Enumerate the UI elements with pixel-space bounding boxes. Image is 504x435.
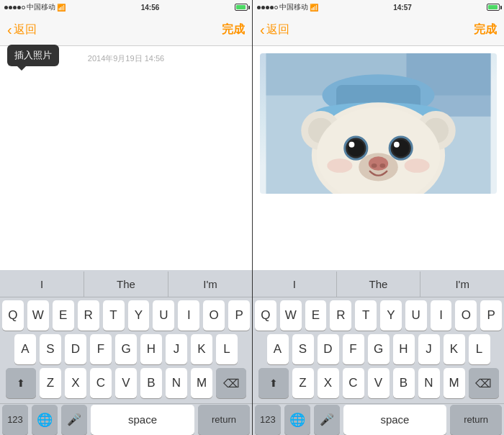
- key-x-left[interactable]: X: [65, 368, 86, 398]
- key-g-left[interactable]: G: [115, 334, 137, 364]
- svg-point-23: [372, 163, 377, 168]
- dot5: [22, 6, 25, 9]
- dot2: [9, 6, 12, 9]
- key-l-right[interactable]: L: [469, 334, 490, 364]
- key-n-right[interactable]: N: [418, 368, 440, 398]
- key-space-left[interactable]: space: [91, 405, 194, 435]
- key-h-right[interactable]: H: [393, 334, 415, 364]
- key-return-left[interactable]: return: [198, 405, 250, 435]
- autocomplete-i-right[interactable]: I: [253, 272, 337, 297]
- panel-right: 中国移动 📶 14:57 ‹ 返回 完成: [252, 0, 504, 435]
- key-d-right[interactable]: D: [318, 334, 339, 364]
- key-rows-right: Q W E R T Y U I O P A S D F G H J K L: [253, 297, 504, 403]
- key-i-left[interactable]: I: [178, 300, 199, 331]
- key-shift-left[interactable]: ⬆: [6, 368, 36, 398]
- key-q-left[interactable]: Q: [2, 300, 24, 331]
- key-s-right[interactable]: S: [292, 334, 314, 364]
- key-a-right[interactable]: A: [267, 334, 289, 364]
- key-rows-left: Q W E R T Y U I O P A S D F G H J K L: [0, 297, 252, 403]
- row3-right: ⬆ Z X C V B N M ⌫: [255, 368, 502, 398]
- key-backspace-left[interactable]: ⌫: [216, 368, 246, 398]
- key-p-left[interactable]: P: [228, 300, 250, 331]
- dot4: [17, 6, 21, 9]
- key-q-right[interactable]: Q: [255, 300, 276, 331]
- key-o-right[interactable]: O: [455, 300, 477, 331]
- key-e-right[interactable]: E: [305, 300, 327, 331]
- key-i-right[interactable]: I: [431, 300, 452, 331]
- key-s-left[interactable]: S: [40, 334, 61, 364]
- status-bar-left: 中国移动 📶 14:56: [0, 0, 252, 14]
- nav-bar-right: ‹ 返回 完成: [253, 14, 504, 46]
- key-backspace-right[interactable]: ⌫: [469, 368, 499, 398]
- key-c-right[interactable]: C: [343, 368, 364, 398]
- done-button-left[interactable]: 完成: [222, 22, 245, 37]
- key-k-right[interactable]: K: [444, 334, 465, 364]
- key-p-right[interactable]: P: [480, 300, 502, 331]
- key-shift-right[interactable]: ⬆: [258, 368, 289, 398]
- status-bar-right: 中国移动 📶 14:57: [253, 0, 504, 14]
- key-mic-left[interactable]: 🎤: [61, 405, 87, 435]
- key-b-left[interactable]: B: [140, 368, 162, 398]
- key-k-left[interactable]: K: [191, 334, 212, 364]
- key-return-right[interactable]: return: [450, 405, 502, 435]
- back-button-right[interactable]: ‹ 返回: [260, 22, 289, 37]
- key-o-left[interactable]: O: [203, 300, 225, 331]
- key-space-right[interactable]: space: [343, 405, 447, 435]
- key-a-left[interactable]: A: [14, 334, 36, 364]
- back-button-left[interactable]: ‹ 返回: [7, 22, 37, 37]
- key-w-right[interactable]: W: [280, 300, 302, 331]
- key-l-left[interactable]: L: [216, 334, 238, 364]
- key-v-left[interactable]: V: [115, 368, 137, 398]
- key-b-right[interactable]: B: [393, 368, 415, 398]
- row3-left: ⬆ Z X C V B N M ⌫: [2, 368, 250, 398]
- key-u-right[interactable]: U: [405, 300, 427, 331]
- done-button-right[interactable]: 完成: [474, 22, 497, 37]
- key-z-right[interactable]: Z: [292, 368, 314, 398]
- key-h-left[interactable]: H: [140, 334, 162, 364]
- key-mic-right[interactable]: 🎤: [314, 405, 340, 435]
- autocomplete-i-left[interactable]: I: [0, 272, 84, 297]
- key-e-left[interactable]: E: [53, 300, 74, 331]
- key-v-right[interactable]: V: [368, 368, 390, 398]
- key-w-left[interactable]: W: [27, 300, 49, 331]
- autocomplete-bar-left: I The I'm: [0, 272, 252, 297]
- back-label-left: 返回: [14, 22, 37, 37]
- key-r-left[interactable]: R: [78, 300, 99, 331]
- panel-left: 中国移动 📶 14:56 ‹ 返回 完成 插入照片 2014年9月19日 14:…: [0, 0, 252, 435]
- bottom-bar-right: 123 🌐 🎤 space return: [253, 403, 504, 435]
- autocomplete-im-left[interactable]: I'm: [168, 272, 252, 297]
- svg-point-17: [392, 140, 409, 156]
- key-t-right[interactable]: T: [355, 300, 377, 331]
- autocomplete-the-right[interactable]: The: [337, 272, 421, 297]
- svg-point-14: [348, 140, 364, 156]
- battery-fill-right: [488, 5, 498, 9]
- key-z-left[interactable]: Z: [40, 368, 61, 398]
- key-r-right[interactable]: R: [330, 300, 351, 331]
- battery-fill-left: [236, 5, 246, 9]
- key-c-left[interactable]: C: [90, 368, 112, 398]
- key-x-right[interactable]: X: [318, 368, 339, 398]
- autocomplete-im-right[interactable]: I'm: [420, 272, 504, 297]
- key-num-right[interactable]: 123: [255, 405, 281, 435]
- back-label-right: 返回: [266, 22, 289, 37]
- key-y-right[interactable]: Y: [380, 300, 402, 331]
- key-globe-left[interactable]: 🌐: [32, 405, 58, 435]
- key-u-left[interactable]: U: [153, 300, 174, 331]
- dot2r: [261, 6, 265, 9]
- key-t-left[interactable]: T: [103, 300, 125, 331]
- autocomplete-the-left[interactable]: The: [84, 272, 168, 297]
- key-f-left[interactable]: F: [90, 334, 112, 364]
- key-f-right[interactable]: F: [343, 334, 364, 364]
- key-num-left[interactable]: 123: [2, 405, 28, 435]
- key-m-right[interactable]: M: [444, 368, 465, 398]
- row1-right: Q W E R T Y U I O P: [255, 300, 502, 331]
- key-d-left[interactable]: D: [65, 334, 86, 364]
- key-n-left[interactable]: N: [166, 368, 187, 398]
- key-globe-right[interactable]: 🌐: [284, 405, 310, 435]
- bear-image: [260, 53, 497, 194]
- key-j-left[interactable]: J: [166, 334, 187, 364]
- key-y-left[interactable]: Y: [128, 300, 150, 331]
- key-m-left[interactable]: M: [191, 368, 212, 398]
- key-j-right[interactable]: J: [418, 334, 440, 364]
- key-g-right[interactable]: G: [368, 334, 390, 364]
